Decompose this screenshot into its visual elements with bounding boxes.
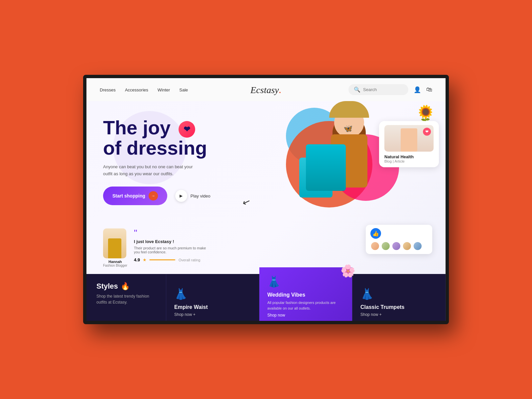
avatar-1 bbox=[370, 241, 380, 251]
arrow-icon: → bbox=[149, 191, 158, 200]
avatar-3 bbox=[392, 241, 401, 251]
pink-flower-icon: 🌸 bbox=[340, 264, 355, 278]
styles-title: Styles 🔥 bbox=[96, 282, 156, 291]
rating-fill bbox=[149, 259, 175, 260]
heart-icon: ❤ bbox=[423, 128, 431, 136]
bottom-bar: Styles 🔥 Shop the latest trendy fashion … bbox=[86, 274, 446, 324]
wedding-vibes-link[interactable]: Shop now bbox=[267, 313, 285, 318]
hero-subtitle: Anyone can beat you but no one can beat … bbox=[103, 164, 203, 178]
health-sub: Blog | Article bbox=[384, 159, 434, 163]
health-image: ❤ bbox=[384, 125, 434, 152]
person-role: Fashion Blogger bbox=[103, 264, 127, 267]
heart-badge: ❤ bbox=[179, 121, 195, 138]
classic-trumpets-item: 👗 Classic Trumpets Shop now + bbox=[352, 274, 446, 324]
nav-right: 🔍 👤 🛍 bbox=[348, 84, 432, 95]
nav-dresses[interactable]: Dresses bbox=[100, 87, 116, 92]
user-icon[interactable]: 👤 bbox=[414, 86, 421, 93]
avatars-row bbox=[370, 241, 428, 251]
hero-left: The joy ❤ of dressing Anyone can beat yo… bbox=[86, 101, 253, 274]
quote-sub: Their product are so much premium to mak… bbox=[134, 246, 207, 254]
health-title: Natural Health bbox=[384, 154, 434, 159]
social-proof-bubble: 👍 bbox=[366, 225, 432, 254]
testimonial-person: Hannah Fashion Blogger bbox=[103, 228, 127, 267]
hero-title: The joy ❤ of dressing bbox=[103, 118, 239, 158]
classic-trumpets-link[interactable]: Shop now + bbox=[360, 312, 382, 317]
star-icon: ★ bbox=[143, 257, 147, 262]
quote-mark: " bbox=[134, 228, 207, 238]
thumbs-up-icon: 👍 bbox=[370, 228, 381, 239]
wedding-vibes-title: Wedding Vibes bbox=[267, 292, 305, 298]
search-icon: 🔍 bbox=[354, 86, 360, 93]
wedding-vibes-item: 👗 Wedding Vibes All popular fashion desi… bbox=[259, 267, 352, 324]
empire-waist-item: 👗 Empire Waist Shop now + bbox=[166, 274, 259, 324]
classic-trumpets-title: Classic Trumpets bbox=[360, 304, 405, 310]
health-card: ❤ Natural Health Blog | Article bbox=[379, 121, 439, 167]
play-video-button[interactable]: ▶ Play video bbox=[175, 190, 210, 202]
empire-waist-title: Empire Waist bbox=[174, 304, 208, 310]
person-avatar bbox=[103, 228, 126, 258]
search-bar[interactable]: 🔍 bbox=[348, 84, 408, 95]
person-hat bbox=[329, 101, 369, 118]
fire-icon: 🔥 bbox=[121, 282, 130, 291]
rating-number: 4.9 bbox=[134, 257, 140, 262]
classic-trumpets-icon: 👗 bbox=[360, 288, 374, 300]
rating-row: 4.9 ★ Overall rating bbox=[134, 257, 207, 262]
app-frame: Dresses Accessories Winter Sale Ecstasy.… bbox=[83, 75, 449, 324]
start-shopping-button[interactable]: Start shopping → bbox=[103, 187, 167, 205]
hero-section: The joy ❤ of dressing Anyone can beat yo… bbox=[86, 101, 446, 274]
rating-label: Overall rating bbox=[179, 258, 200, 262]
person-name: Hannah bbox=[103, 260, 127, 264]
play-icon: ▶ bbox=[175, 190, 187, 202]
testimonial: Hannah Fashion Blogger " I just love Ecs… bbox=[103, 228, 207, 267]
testimonial-text: " I just love Ecstasy ! Their product ar… bbox=[134, 228, 207, 262]
wedding-vibes-sub: All popular fashion designers products a… bbox=[267, 300, 344, 311]
empire-waist-icon: 👗 bbox=[174, 288, 188, 300]
nav-winter[interactable]: Winter bbox=[158, 87, 170, 92]
styles-sub: Shop the latest trendy fashion outfits a… bbox=[96, 293, 156, 305]
styles-section: Styles 🔥 Shop the latest trendy fashion … bbox=[86, 274, 166, 324]
shopping-bag-1 bbox=[306, 144, 346, 191]
quote-text: I just love Ecstasy ! bbox=[134, 239, 207, 244]
empire-waist-link[interactable]: Shop now + bbox=[174, 312, 196, 317]
avatar-4 bbox=[402, 241, 412, 251]
brand-logo: Ecstasy. bbox=[250, 83, 282, 96]
search-input[interactable] bbox=[363, 87, 406, 92]
rating-bar bbox=[149, 259, 176, 260]
nav-accessories[interactable]: Accessories bbox=[125, 87, 148, 92]
avatar-2 bbox=[381, 241, 390, 251]
hero-cta-group: Start shopping → ▶ Play video bbox=[103, 187, 239, 205]
butterfly-icon: 🦋 bbox=[343, 124, 352, 133]
hero-right: 🌻 🦋 ❤ Natural Health Blog | bbox=[253, 101, 446, 274]
cart-icon[interactable]: 🛍 bbox=[426, 86, 432, 93]
avatar-5 bbox=[413, 241, 422, 251]
nav-links: Dresses Accessories Winter Sale bbox=[100, 87, 188, 93]
wedding-vibes-icon: 👗 bbox=[267, 275, 281, 288]
sunflower-icon: 🌻 bbox=[416, 104, 436, 123]
nav-sale[interactable]: Sale bbox=[179, 87, 188, 92]
navbar: Dresses Accessories Winter Sale Ecstasy.… bbox=[86, 78, 446, 101]
